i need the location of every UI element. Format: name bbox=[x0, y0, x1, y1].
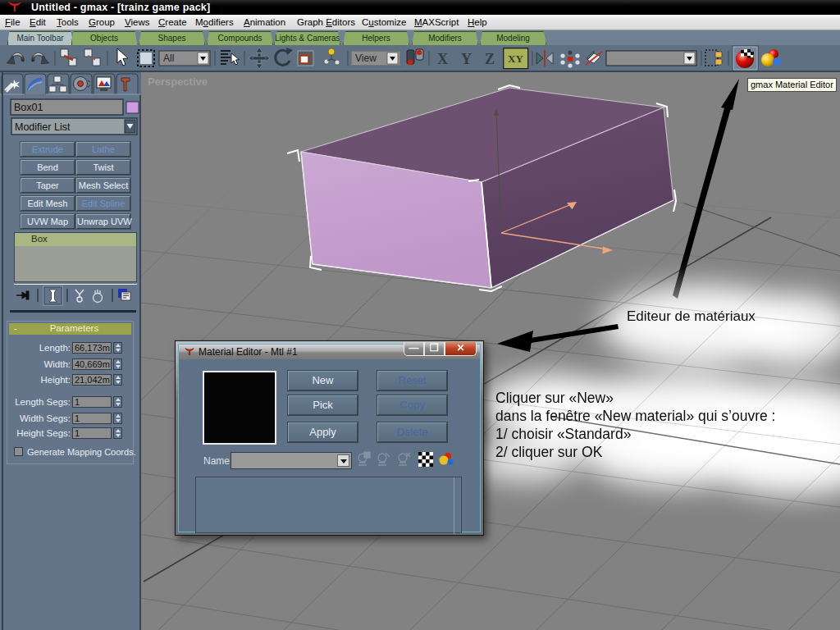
svg-text:View: View bbox=[355, 52, 377, 64]
svg-text:Box01: Box01 bbox=[14, 102, 43, 113]
svg-text:XY: XY bbox=[508, 52, 523, 65]
svg-text:Z: Z bbox=[485, 51, 495, 67]
svg-text:All: All bbox=[163, 52, 174, 64]
svg-text:Y: Y bbox=[461, 51, 472, 67]
svg-text:X: X bbox=[437, 51, 448, 67]
svg-text:Modifier List: Modifier List bbox=[15, 121, 71, 133]
